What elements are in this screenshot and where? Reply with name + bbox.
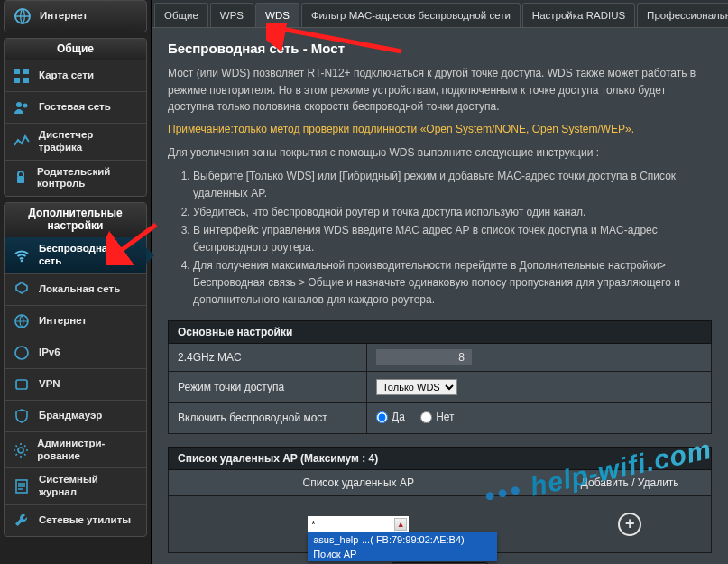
tab-bar: Общие WPS WDS Фильтр MAC-адресов беспров… — [152, 0, 728, 28]
globe-icon — [12, 311, 32, 331]
parental-icon — [12, 168, 30, 188]
note-text: Примечание:только метод проверки подлинн… — [168, 123, 712, 135]
aplist-title: Список удаленных AP (Максимум : 4) — [169, 447, 712, 469]
svg-rect-11 — [16, 380, 27, 389]
table-row: 2.4GHz MAC 8 — [169, 344, 712, 372]
tab-wds[interactable]: WDS — [255, 3, 299, 27]
ap-select-box[interactable]: * ▲ — [308, 516, 409, 532]
basic-settings-table: Основные настройки 2.4GHz MAC 8 Режим то… — [168, 320, 712, 434]
svg-rect-1 — [14, 69, 20, 74]
sidebar-item-label: Интернет — [40, 10, 88, 23]
radio-no[interactable] — [420, 411, 432, 423]
sidebar-item-label: Сетевые утилиты — [39, 514, 131, 527]
ap-select-cell: * ▲ asus_help-...( FB:79:99:02:AE:B4) По… — [169, 495, 548, 552]
col-action-header: Добавить / Удалить — [548, 469, 712, 495]
sidebar-item-internet-top[interactable]: Интернет — [7, 4, 143, 29]
tools-icon — [12, 511, 32, 531]
sidebar-item-label: Гостевая сеть — [39, 101, 111, 114]
bridge-radio-yes[interactable]: Да — [376, 411, 405, 423]
sidebar-item-lan[interactable]: Локальная сеть — [5, 273, 146, 305]
sidebar-item-label: Интернет — [39, 315, 87, 328]
ap-dropdown: asus_help-...( FB:79:99:02:AE:B4) Поиск … — [308, 532, 497, 561]
sidebar-group-title: Дополнительные настройки — [5, 203, 146, 237]
row-label: Включить беспроводной мост — [169, 403, 367, 434]
sidebar-item-vpn[interactable]: VPN — [5, 368, 146, 400]
lan-icon — [12, 280, 32, 300]
sidebar-item-label: VPN — [39, 378, 60, 391]
sidebar-item-label: Карта сети — [39, 69, 94, 82]
row-value: Только WDS — [367, 372, 712, 403]
sidebar-item-firewall[interactable]: Брандмауэр — [5, 400, 146, 431]
table-row: Список удаленных AP Добавить / Удалить — [169, 469, 712, 495]
sidebar-top: Интернет — [4, 0, 147, 32]
ap-option[interactable]: asus_help-...( FB:79:99:02:AE:B4) — [308, 532, 497, 547]
tab-wps[interactable]: WPS — [210, 3, 253, 27]
add-ap-button[interactable]: + — [618, 513, 641, 536]
ap-action-cell: + — [548, 495, 712, 552]
row-value: 8 — [367, 344, 712, 372]
sidebar-item-label: IPv6 — [39, 347, 60, 359]
vpn-icon — [12, 374, 32, 394]
table-row: * ▲ asus_help-...( FB:79:99:02:AE:B4) По… — [169, 495, 712, 552]
ap-option[interactable]: Поиск AP — [308, 547, 497, 561]
ap-mode-select[interactable]: Только WDS — [376, 379, 457, 395]
steps-lead: Для увеличения зоны покрытия с помощью W… — [168, 144, 712, 162]
steps-list: Выберите [Только WDS] или [Гибридный] ре… — [193, 168, 712, 308]
svg-point-6 — [23, 104, 28, 108]
map-icon — [12, 66, 32, 86]
ipv6-icon — [12, 343, 32, 363]
ap-select[interactable]: * ▲ asus_help-...( FB:79:99:02:AE:B4) По… — [308, 516, 409, 532]
sidebar-item-label: Родительский контроль — [37, 166, 139, 191]
sidebar-item-tools[interactable]: Сетевые утилиты — [5, 504, 146, 536]
svg-point-8 — [21, 260, 23, 263]
guest-icon — [12, 97, 32, 117]
globe-icon — [13, 6, 32, 26]
sidebar: Интернет Общие Карта сети Гостевая сеть … — [0, 0, 152, 564]
log-icon — [12, 476, 32, 496]
svg-rect-2 — [23, 69, 29, 74]
table-row: Включить беспроводной мост Да Нет — [169, 403, 712, 434]
content: Беспроводная сеть - Мост Мост (или WDS) … — [152, 28, 728, 564]
page-title: Беспроводная сеть - Мост — [168, 41, 712, 56]
tab-professional[interactable]: Профессионально — [637, 3, 728, 27]
svg-point-10 — [15, 347, 28, 359]
sidebar-item-label: Диспетчер трафика — [39, 129, 139, 154]
sidebar-item-parental[interactable]: Родительский контроль — [5, 160, 146, 197]
svg-point-5 — [16, 102, 22, 107]
tab-general[interactable]: Общие — [154, 3, 208, 27]
ap-select-value: * — [311, 519, 315, 530]
step-item: Для получения максимальной производитель… — [193, 257, 712, 308]
table-row: Режим точки доступа Только WDS — [169, 372, 712, 403]
row-label: Режим точки доступа — [169, 372, 367, 403]
col-ap-header: Список удаленных AP — [169, 469, 548, 495]
sidebar-item-label: Брандмауэр — [39, 410, 102, 422]
sidebar-item-label: Беспроводная сеть — [39, 243, 139, 268]
tab-radius[interactable]: Настройка RADIUS — [522, 3, 635, 27]
chevron-up-icon: ▲ — [394, 518, 407, 531]
svg-point-12 — [18, 448, 23, 453]
sidebar-item-guest[interactable]: Гостевая сеть — [5, 91, 146, 123]
remote-ap-table: Список удаленных AP (Максимум : 4) Списо… — [168, 447, 712, 553]
sidebar-group-advanced: Дополнительные настройки Беспроводная се… — [4, 202, 147, 537]
bridge-radio-no[interactable]: Нет — [420, 411, 454, 423]
sidebar-item-traffic[interactable]: Диспетчер трафика — [5, 123, 146, 160]
sidebar-item-label: Локальная сеть — [39, 283, 120, 296]
svg-rect-4 — [23, 78, 29, 83]
sidebar-item-admin[interactable]: Администри-рование — [5, 431, 146, 468]
sidebar-group-title: Общие — [5, 39, 146, 60]
sidebar-item-map[interactable]: Карта сети — [5, 60, 146, 91]
tab-macfilter[interactable]: Фильтр MAC-адресов беспроводной сети — [301, 3, 521, 27]
table-section-title: Основные настройки — [169, 321, 712, 344]
row-value: Да Нет — [367, 403, 712, 434]
intro-text: Мост (или WDS) позволяет RT-N12+ подключ… — [168, 65, 712, 116]
sidebar-item-log[interactable]: Системный журнал — [5, 467, 146, 504]
step-item: В интерфейс управления WDS введите MAC а… — [193, 222, 712, 255]
sidebar-item-internet[interactable]: Интернет — [5, 305, 146, 337]
sidebar-item-wireless[interactable]: Беспроводная сеть — [5, 237, 146, 273]
radio-yes[interactable] — [376, 411, 388, 423]
sidebar-item-ipv6[interactable]: IPv6 — [5, 337, 146, 368]
traffic-icon — [12, 132, 32, 152]
main-panel: Общие WPS WDS Фильтр MAC-адресов беспров… — [152, 0, 728, 564]
wifi-icon — [12, 245, 32, 265]
mac-value: 8 — [376, 349, 472, 365]
